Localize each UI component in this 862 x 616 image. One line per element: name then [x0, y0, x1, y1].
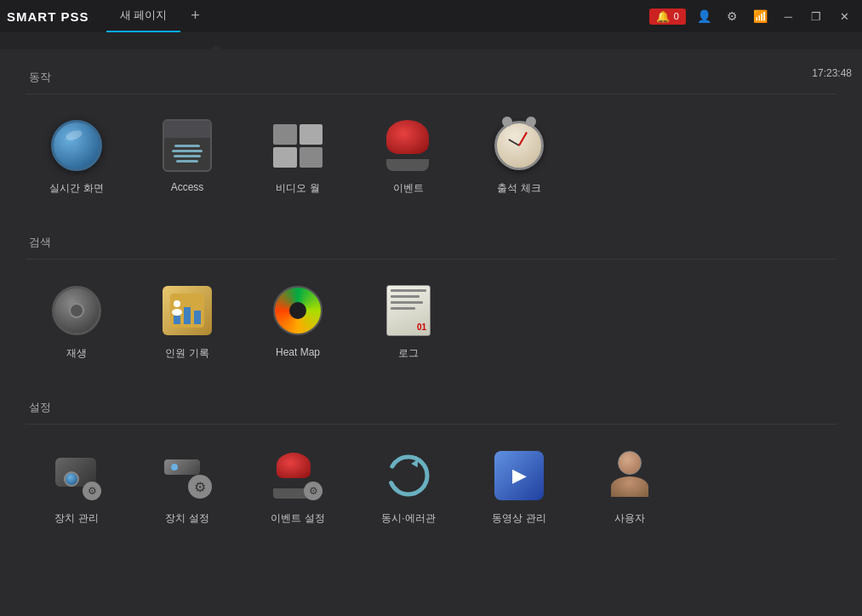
log-item[interactable]: 01 로그	[357, 273, 460, 371]
user-mgmt-item[interactable]: 사용자	[579, 438, 681, 536]
svg-rect-3	[194, 311, 201, 324]
settings-icon-btn[interactable]: ⚙	[722, 9, 742, 23]
settings-title: 설정	[26, 388, 836, 425]
camera-settings-item[interactable]: ⚙ 장치 관리	[26, 438, 128, 536]
video-file-item[interactable]: ▶ 동영상 관리	[468, 438, 570, 536]
network-icon-btn[interactable]: 📶	[749, 9, 772, 23]
access-label: Access	[171, 181, 204, 193]
add-tab-button[interactable]: +	[186, 7, 205, 26]
user-icon-btn[interactable]: 👤	[693, 9, 716, 23]
playback-label: 재생	[66, 346, 87, 361]
heatmap-item[interactable]: Heat Map	[247, 273, 349, 371]
user-icon	[602, 448, 657, 503]
event-label: 이벤트	[393, 181, 424, 196]
video-file-icon: ▶	[492, 448, 546, 503]
event-settings-label: 이벤트 설정	[271, 511, 324, 526]
sync-label: 동시·에러관	[381, 511, 435, 526]
tab-area: 새 페이지 +	[106, 0, 649, 32]
event-settings-item[interactable]: ⚙ 이벤트 설정	[247, 438, 349, 536]
camera-settings-icon: ⚙	[49, 448, 104, 503]
log-icon: 01	[381, 283, 436, 338]
app-title: SMART PSS	[7, 9, 89, 24]
operation-items: 실시간 화면 Access	[26, 108, 836, 214]
main-content: 동작 실시간 화면	[0, 49, 862, 616]
video-file-label: 동영상 관리	[492, 511, 545, 526]
attendance-icon	[492, 118, 546, 173]
realtime-item[interactable]: 실시간 화면	[26, 108, 128, 206]
user-mgmt-label: 사용자	[614, 511, 645, 526]
sync-icon	[381, 448, 436, 503]
close-button[interactable]: ✕	[834, 10, 855, 23]
operation-section: 동작 실시간 화면	[26, 58, 836, 214]
alarm-bell-icon: 🔔	[656, 10, 670, 23]
heatmap-icon	[271, 283, 325, 338]
titlebar: SMART PSS 새 페이지 + 🔔 0 👤 ⚙ 📶 ─ ❐ ✕	[0, 0, 862, 32]
svg-point-6	[390, 457, 427, 494]
people-count-label: 인원 기록	[165, 346, 208, 361]
event-icon	[381, 118, 436, 173]
search-items: 재생	[26, 273, 836, 379]
svg-rect-1	[174, 316, 180, 324]
operation-title: 동작	[26, 58, 836, 94]
heatmap-label: Heat Map	[276, 346, 320, 358]
device-settings-label: 장치 설정	[165, 511, 208, 526]
search-section: 검색 재생	[26, 223, 836, 379]
event-settings-icon: ⚙	[271, 448, 325, 503]
camera-settings-label: 장치 관리	[54, 511, 98, 526]
realtime-icon	[49, 118, 104, 173]
subbar: 17:23:48	[0, 32, 862, 49]
log-label: 로그	[398, 346, 419, 361]
alarm-count: 0	[674, 11, 679, 21]
realtime-label: 실시간 화면	[49, 181, 103, 196]
alarm-badge[interactable]: 🔔 0	[649, 9, 686, 25]
settings-items: ⚙ 장치 관리 ⚙ 장치 설정	[26, 438, 836, 545]
event-item[interactable]: 이벤트	[357, 108, 460, 206]
access-item[interactable]: Access	[136, 108, 238, 206]
playback-item[interactable]: 재생	[26, 273, 128, 371]
device-settings-icon: ⚙	[160, 448, 214, 503]
svg-point-4	[174, 300, 180, 307]
svg-rect-2	[184, 307, 191, 324]
main-tab[interactable]: 새 페이지	[106, 0, 181, 32]
videowall-icon	[271, 118, 325, 173]
videowall-label: 비디오 월	[276, 181, 319, 196]
attendance-item[interactable]: 출석 체크	[468, 108, 570, 206]
svg-point-5	[172, 309, 182, 316]
titlebar-right: 🔔 0 👤 ⚙ 📶 ─ ❐ ✕	[649, 9, 855, 25]
access-icon	[160, 118, 214, 173]
playback-icon	[49, 283, 104, 338]
settings-section: 설정 ⚙ 장치 관리	[26, 388, 836, 545]
people-count-icon	[160, 283, 214, 338]
people-count-item[interactable]: 인원 기록	[136, 273, 238, 371]
clock: 17:23:48	[812, 65, 852, 82]
device-settings-item[interactable]: ⚙ 장치 설정	[136, 438, 238, 536]
minimize-button[interactable]: ─	[779, 10, 798, 23]
search-title: 검색	[26, 223, 836, 260]
restore-button[interactable]: ❐	[805, 10, 827, 23]
sync-item[interactable]: 동시·에러관	[357, 438, 460, 536]
attendance-label: 출석 체크	[497, 181, 540, 196]
tab-indicator	[209, 44, 223, 49]
videowall-item[interactable]: 비디오 월	[247, 108, 349, 206]
